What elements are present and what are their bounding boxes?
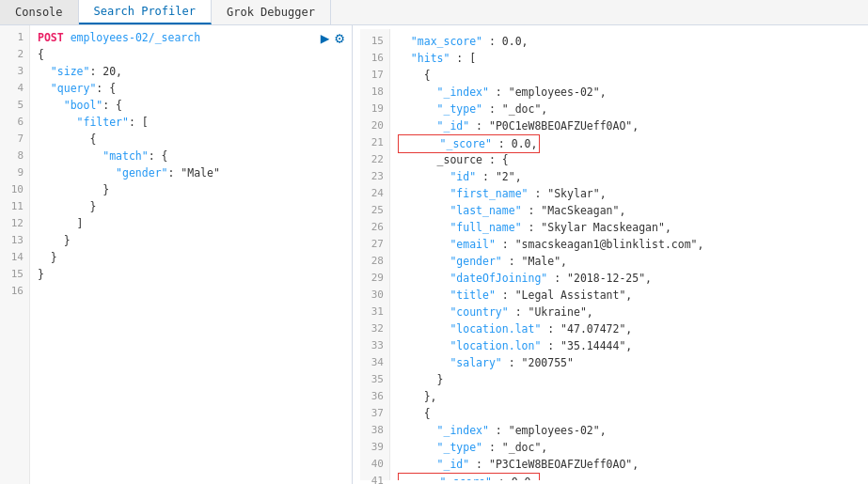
editor-line: } bbox=[38, 181, 344, 198]
result-line: "hits" : [ bbox=[398, 50, 853, 67]
editor-line: POST employees-02/_search bbox=[38, 29, 344, 46]
result-line: _source : { bbox=[398, 151, 853, 168]
result-line: "country" : "Ukraine", bbox=[398, 304, 853, 320]
editor-line-numbers: 12345678910111213141516 bbox=[0, 25, 30, 484]
editor-area[interactable]: ▶ ⚙ 12345678910111213141516 POST employe… bbox=[0, 25, 352, 484]
result-line: "_index" : "employees-02", bbox=[398, 422, 853, 439]
result-line: "_id" : "P3C1eW8BEOAFZUeff0AO", bbox=[398, 456, 853, 473]
editor-code-content[interactable]: POST employees-02/_search{ "size": 20, "… bbox=[30, 25, 352, 484]
result-line: "_type" : "_doc", bbox=[398, 101, 853, 117]
result-line: "_index" : "employees-02", bbox=[398, 84, 853, 101]
editor-line: { bbox=[38, 131, 344, 148]
editor-line: "match": { bbox=[38, 148, 344, 164]
tab-console[interactable]: Console bbox=[0, 0, 79, 24]
editor-line: "filter": [ bbox=[38, 114, 344, 131]
result-line: "last_name" : "MacSkeagan", bbox=[398, 202, 853, 219]
main-layout: ▶ ⚙ 12345678910111213141516 POST employe… bbox=[0, 25, 868, 484]
result-line: "salary" : "200755" bbox=[398, 354, 853, 371]
right-panel: 1516171819202122232425262728293031323334… bbox=[353, 25, 868, 484]
result-line: "location.lon" : "35.14444", bbox=[398, 337, 853, 354]
result-line: "_score" : 0.0, bbox=[398, 473, 853, 480]
result-line: "max_score" : 0.0, bbox=[398, 33, 853, 50]
tabs-bar: Console Search Profiler Grok Debugger bbox=[0, 0, 868, 25]
editor-line: } bbox=[38, 232, 344, 249]
result-line: "_type" : "_doc", bbox=[398, 439, 853, 456]
editor-line: "gender": "Male" bbox=[38, 164, 344, 181]
editor-line: } bbox=[38, 198, 344, 215]
editor-toolbar: ▶ ⚙ bbox=[321, 29, 344, 47]
settings-icon[interactable]: ⚙ bbox=[335, 29, 344, 47]
resize-handle[interactable] bbox=[349, 25, 355, 484]
result-line: "title" : "Legal Assistant", bbox=[398, 287, 853, 304]
result-line: "_score" : 0.0, bbox=[398, 134, 853, 151]
editor-line: "query": { bbox=[38, 80, 344, 97]
tab-search-profiler[interactable]: Search Profiler bbox=[79, 0, 212, 24]
results-line-numbers: 1516171819202122232425262728293031323334… bbox=[360, 29, 390, 480]
result-line: "_id" : "P0C1eW8BEOAFZUeff0AO", bbox=[398, 117, 853, 134]
result-line: { bbox=[398, 67, 853, 84]
result-line: "dateOfJoining" : "2018-12-25", bbox=[398, 270, 853, 287]
result-line: { bbox=[398, 405, 853, 422]
results-code-container: 1516171819202122232425262728293031323334… bbox=[353, 25, 868, 484]
editor-line: ] bbox=[38, 215, 344, 232]
left-panel: ▶ ⚙ 12345678910111213141516 POST employe… bbox=[0, 25, 353, 484]
results-code-content[interactable]: "max_score" : 0.0, "hits" : [ { "_index"… bbox=[390, 29, 860, 480]
result-line: "location.lat" : "47.07472", bbox=[398, 320, 853, 337]
result-line: } bbox=[398, 371, 853, 388]
editor-code-container: 12345678910111213141516 POST employees-0… bbox=[0, 25, 352, 484]
editor-line: } bbox=[38, 266, 344, 283]
editor-line: } bbox=[38, 249, 344, 266]
result-line: "email" : "smacskeagan1@blinklist.com", bbox=[398, 236, 853, 253]
result-line: "gender" : "Male", bbox=[398, 253, 853, 270]
result-line: "first_name" : "Skylar", bbox=[398, 185, 853, 202]
editor-line bbox=[38, 283, 344, 300]
run-button[interactable]: ▶ bbox=[321, 29, 330, 47]
editor-line: "bool": { bbox=[38, 97, 344, 114]
result-line: "id" : "2", bbox=[398, 168, 853, 185]
result-line: "full_name" : "Skylar Macskeagan", bbox=[398, 219, 853, 236]
editor-line: { bbox=[38, 46, 344, 63]
editor-line: "size": 20, bbox=[38, 63, 344, 80]
tab-grok-debugger[interactable]: Grok Debugger bbox=[212, 0, 331, 24]
result-line: }, bbox=[398, 388, 853, 405]
